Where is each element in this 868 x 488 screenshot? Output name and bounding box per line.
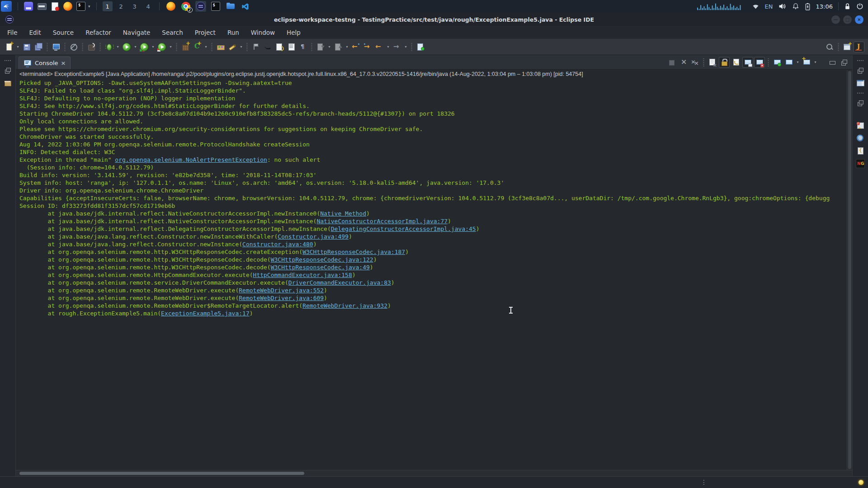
profile-dropdown-icon[interactable]: ▾ — [168, 45, 173, 49]
vscode-app-button[interactable] — [240, 1, 251, 12]
console-output[interactable]: Picked up _JAVA_OPTIONS: -Dawt.useSystem… — [16, 79, 852, 470]
remove-launch-button[interactable] — [678, 57, 689, 68]
menu-file[interactable]: File — [7, 29, 18, 36]
declaration-view-icon[interactable] — [856, 146, 865, 155]
console-tab[interactable]: Console × — [19, 56, 71, 69]
annot-next-button[interactable] — [315, 42, 326, 52]
open-console-dropdown-icon[interactable]: ▾ — [813, 60, 818, 64]
java-perspective-button[interactable] — [854, 42, 864, 52]
chevron-down-icon[interactable]: ▾ — [88, 4, 90, 9]
skip-breakpoints-button[interactable] — [68, 42, 79, 52]
javadoc-view-icon[interactable] — [856, 134, 865, 143]
trim-restore-icon[interactable] — [3, 66, 12, 75]
open-type-button[interactable] — [215, 42, 226, 52]
profile-button[interactable] — [156, 42, 167, 52]
terminal-launcher-icon[interactable] — [76, 2, 85, 11]
horizontal-scrollbar-thumb[interactable] — [19, 472, 304, 475]
minimize-view-button[interactable] — [827, 57, 838, 68]
forward-dropdown-icon[interactable]: ▾ — [403, 45, 408, 49]
menu-source[interactable]: Source — [53, 29, 74, 36]
editor-area-icon[interactable] — [856, 79, 865, 88]
search-marker-dropdown-icon[interactable]: ▾ — [239, 45, 244, 49]
package-explorer-icon[interactable] — [3, 79, 12, 88]
console-link[interactable]: RemoteWebDriver.java:932 — [302, 302, 387, 309]
console-link[interactable]: Native Method — [320, 210, 366, 217]
minimize-button[interactable]: — — [831, 15, 840, 24]
console-tab-close-icon[interactable]: × — [61, 60, 66, 66]
menu-window[interactable]: Window — [251, 29, 275, 36]
chrome-app-button[interactable]: 2 — [180, 1, 191, 12]
vertical-scrollbar-thumb[interactable] — [848, 71, 851, 469]
wifi-icon[interactable] — [752, 3, 760, 10]
back-button[interactable] — [374, 42, 385, 52]
open-perspective-button[interactable] — [842, 42, 853, 52]
annot-prev-dropdown-icon[interactable]: ▾ — [344, 45, 349, 49]
eclipse-app-button[interactable] — [195, 1, 206, 12]
annot-next-dropdown-icon[interactable]: ▾ — [327, 45, 332, 49]
console-link[interactable]: RemoteWebDriver.java:609 — [239, 295, 324, 301]
flag-button[interactable] — [250, 42, 261, 52]
terminate-button[interactable] — [666, 57, 677, 68]
pilcrow-button[interactable] — [297, 42, 308, 52]
last-edit-button[interactable] — [262, 42, 273, 52]
task-repo-button[interactable] — [86, 42, 97, 52]
maximize-button[interactable]: □ — [843, 15, 852, 24]
console-link[interactable]: W3CHttpResponseCodec.java:187 — [302, 249, 405, 255]
clear-console-button[interactable] — [707, 57, 718, 68]
menu-help[interactable]: Help — [287, 29, 301, 36]
workspace-2[interactable]: 2 — [116, 1, 126, 11]
console-link[interactable]: DelegatingConstructorAccessorImpl.java:4… — [331, 225, 476, 232]
console-link[interactable]: HttpCommandExecutor.java:158 — [253, 272, 352, 278]
console-link[interactable]: NativeConstructorAccessorImpl.java:77 — [316, 218, 448, 225]
new-wizard-dropdown-icon[interactable]: ▾ — [15, 45, 20, 49]
new-java-class-button[interactable] — [192, 42, 203, 52]
menu-edit[interactable]: Edit — [29, 29, 41, 36]
bell-icon[interactable] — [792, 3, 799, 10]
grid-doc-button[interactable] — [286, 42, 297, 52]
search-marker-button[interactable] — [227, 42, 238, 52]
menu-refactor[interactable]: Refactor — [85, 29, 111, 36]
console-link[interactable]: ExceptionExample5.java:17 — [161, 310, 250, 317]
restore-view-button[interactable] — [839, 57, 849, 68]
menu-search[interactable]: Search — [162, 29, 183, 36]
display-console-button[interactable] — [783, 57, 794, 68]
save-all-button[interactable] — [33, 42, 44, 52]
coverage-dropdown-icon[interactable]: ▾ — [151, 45, 156, 49]
next-edit-button[interactable] — [362, 42, 373, 52]
vertical-scrollbar[interactable] — [847, 70, 852, 470]
folder-icon[interactable] — [37, 2, 46, 11]
new-java-class-dropdown-icon[interactable]: ▾ — [203, 45, 208, 49]
language-indicator[interactable]: EN — [765, 3, 773, 10]
menu-navigate[interactable]: Navigate — [123, 29, 151, 36]
menu-project[interactable]: Project — [195, 29, 216, 36]
coverage-button[interactable] — [139, 42, 150, 52]
close-button[interactable]: ✕ — [855, 15, 863, 24]
terminal-app-button[interactable] — [210, 1, 221, 12]
word-wrap-button[interactable] — [731, 57, 741, 68]
firefox-app-button[interactable] — [165, 1, 176, 12]
view-window-red-icon[interactable] — [856, 121, 865, 130]
text-editor-icon[interactable] — [50, 2, 59, 11]
console-link[interactable]: DriverCommandExecutor.java:83 — [288, 279, 391, 286]
testng-view-icon[interactable] — [856, 159, 865, 168]
new-wizard-button[interactable] — [4, 42, 14, 52]
trim-restore-icon[interactable] — [856, 66, 865, 75]
forward-button[interactable] — [392, 42, 402, 52]
pin-console-button[interactable] — [772, 57, 783, 68]
power-icon[interactable] — [856, 3, 863, 10]
console-link[interactable]: W3CHttpResponseCodec.java:122 — [271, 256, 373, 263]
clock[interactable]: 13:06 — [816, 3, 833, 10]
workspace-1[interactable]: 1 — [103, 1, 113, 11]
file-manager-icon[interactable] — [24, 2, 33, 11]
annot-prev-button[interactable] — [333, 42, 344, 52]
back-dropdown-icon[interactable]: ▾ — [386, 45, 391, 49]
show-stdout-button[interactable] — [742, 57, 753, 68]
run-button[interactable] — [121, 42, 132, 52]
prev-edit-button[interactable] — [350, 42, 361, 52]
workspace-3[interactable]: 3 — [130, 1, 140, 11]
terminal-view-button[interactable] — [51, 42, 61, 52]
status-overflow-icon[interactable]: ⋮ — [701, 479, 707, 486]
console-link[interactable]: W3CHttpResponseCodec.java:49 — [271, 264, 370, 271]
console-link[interactable]: Constructor.java:480 — [242, 241, 313, 248]
volume-icon[interactable] — [778, 3, 787, 10]
